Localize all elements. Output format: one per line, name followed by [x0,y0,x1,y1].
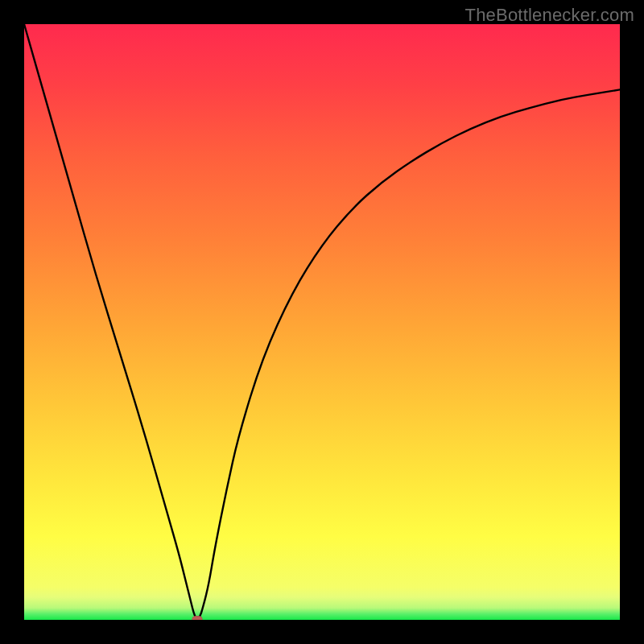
chart-frame: TheBottlenecker.com [0,0,644,644]
plot-area [24,24,620,620]
bottleneck-curve [24,24,620,620]
watermark-label: TheBottlenecker.com [465,5,634,26]
optimum-marker [192,616,202,620]
